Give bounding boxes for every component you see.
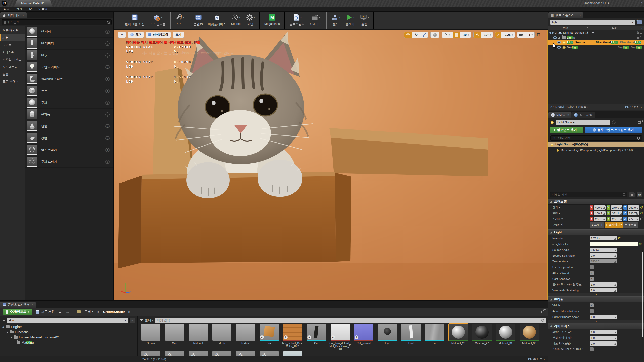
source-soft-angle-field[interactable]: 0.0 xyxy=(590,253,617,258)
camera-speed-value[interactable]: 1▾ xyxy=(527,33,534,37)
place-item-sphere[interactable]: 구체 ? xyxy=(25,97,113,109)
help-icon[interactable]: ? xyxy=(105,41,110,46)
asset-tile-folder[interactable]: Texture xyxy=(234,324,256,351)
stationary-light-checkbox[interactable] xyxy=(590,347,594,351)
source-control-button[interactable]: ▾ 소스 컨트롤 xyxy=(150,12,166,26)
details-tab[interactable]: i 디테일 × xyxy=(548,112,571,118)
menu-edit[interactable]: 편집 xyxy=(16,7,22,11)
titlebar[interactable]: u Minimal_Default* GroomShader_UE4 ─ □ × xyxy=(0,0,644,7)
column-label[interactable]: 라벨 xyxy=(563,26,569,30)
world-local-toggle[interactable] xyxy=(430,32,439,38)
property-matrix-button[interactable]: ▦ xyxy=(629,192,635,197)
save-level-button[interactable]: 현재 레벨 저장 xyxy=(125,12,145,26)
section-lightmass[interactable]: ◢라이트매스 xyxy=(548,323,644,329)
close-icon[interactable]: × xyxy=(579,14,581,17)
component-row-instance[interactable]: Light Source(인스턴스) xyxy=(548,142,644,147)
level-viewport[interactable]: ▼ 원근 라이팅포함 표시 ↻ xyxy=(114,30,548,300)
menu-help[interactable]: 도움말 xyxy=(38,7,47,11)
play-button[interactable]: ▾ 플레이 xyxy=(345,12,355,26)
reset-icon[interactable]: ↺ xyxy=(639,242,642,246)
translate-gizmo-button[interactable] xyxy=(404,32,412,38)
actor-hidden-checkbox[interactable] xyxy=(590,309,594,313)
tree-item-functions[interactable]: ◢ Functions xyxy=(0,329,137,335)
asset-tile-folder[interactable]: Material xyxy=(187,324,209,351)
new-folder-icon[interactable] xyxy=(637,20,642,24)
filters-button[interactable]: 필터 ▾ xyxy=(145,318,153,322)
rotation-y-field[interactable]: 331.1 xyxy=(611,211,622,215)
expand-arrow-icon[interactable]: ◢ xyxy=(558,36,561,39)
help-icon[interactable]: ? xyxy=(612,120,615,124)
shadow-exponent-field[interactable]: 2.0 xyxy=(590,341,617,346)
help-icon[interactable]: ? xyxy=(105,30,110,34)
minimize-button[interactable]: ─ xyxy=(629,1,631,5)
display-filter-eye-button[interactable]: ◉▾ xyxy=(636,192,642,197)
chevron-down-icon[interactable]: ▾ xyxy=(641,27,642,29)
menu-file[interactable]: 파일 xyxy=(4,7,10,11)
asset-tile-mesh[interactable]: Eye xyxy=(376,324,398,351)
outliner-view-options-button[interactable]: 뷰 옵션 xyxy=(630,105,640,109)
asset-tile-texture[interactable]: *Cat_normal xyxy=(353,324,375,351)
billboard-scale-field[interactable]: 1.0 xyxy=(590,315,617,319)
clear-search-icon[interactable]: × xyxy=(632,21,634,24)
asset-tile-folder[interactable]: Mesh xyxy=(211,324,233,351)
help-icon[interactable]: ? xyxy=(105,101,110,105)
path-search-input[interactable]: skin × xyxy=(7,318,128,323)
asset-tile-mesh[interactable]: Foot xyxy=(400,324,422,351)
actor-name-field[interactable]: Light Source xyxy=(556,120,610,125)
category-cinematic[interactable]: 시네마틱 xyxy=(0,49,25,56)
sources-toggle-icon[interactable]: ⫶☰ xyxy=(2,318,5,322)
asset-search-input[interactable]: 애셋 검색 xyxy=(155,318,546,323)
tree-item-engine[interactable]: ◢ Engine xyxy=(0,324,137,329)
category-geometry[interactable]: 지오메트리 xyxy=(0,63,25,71)
outliner-row-lights-folder[interactable]: ◢ Lights 폴더 xyxy=(548,35,644,40)
section-rendering[interactable]: ◢렌더링 xyxy=(548,296,644,302)
place-item-empty-pawn[interactable]: 빈 폰 ? xyxy=(25,50,113,61)
grid-snap-button[interactable] xyxy=(453,32,460,38)
surface-snap-button[interactable]: ▾ xyxy=(442,32,452,38)
source-angle-field[interactable]: 0.5357 xyxy=(590,248,617,252)
outliner-row-world[interactable]: ◢ Minimal_Default (에디터) 월드 xyxy=(548,30,644,35)
lock-icon[interactable] xyxy=(541,311,544,313)
help-icon[interactable]: ? xyxy=(105,65,110,69)
asset-tile-mesh[interactable]: *Cat xyxy=(305,324,327,351)
asset-tile-mesh[interactable]: *Box xyxy=(258,324,280,351)
asset-tile-mesh[interactable]: Fur xyxy=(424,324,446,351)
location-y-field[interactable]: 270.0 xyxy=(611,205,622,210)
grid-snap-value[interactable]: 10▾ xyxy=(462,33,471,37)
mobility-movable-button[interactable]: ✛무버블 xyxy=(623,222,638,228)
expand-advanced-button[interactable]: ▼ xyxy=(548,320,644,323)
breadcrumb-root[interactable]: 콘텐츠 xyxy=(84,310,94,314)
light-color-swatch[interactable] xyxy=(590,242,638,246)
outliner-row-light-source[interactable]: Light Source DirectionalLight Directiona… xyxy=(548,40,644,45)
reset-icon[interactable]: ↺ xyxy=(640,206,643,209)
forward-arrow-icon[interactable]: → xyxy=(66,310,70,314)
megascans-button[interactable]: M Megascans xyxy=(264,12,280,26)
scale-snap-value[interactable]: 0.25▾ xyxy=(503,33,515,37)
help-icon[interactable]: ? xyxy=(105,136,110,140)
location-x-field[interactable]: 400.0 xyxy=(594,205,606,210)
place-item-plane[interactable]: 평면 ? xyxy=(25,132,113,144)
rotate-gizmo-button[interactable]: ↻ xyxy=(413,32,419,38)
place-item-point-light[interactable]: 포인트 라이트 ? xyxy=(25,61,113,73)
component-row-inherited[interactable]: DirectionalLightComponent (LightComponen… xyxy=(548,147,644,153)
details-scrollbar[interactable] xyxy=(642,252,643,337)
marketplace-button[interactable]: 마켓플레이스 xyxy=(208,12,226,26)
expand-advanced-button[interactable]: ▼ xyxy=(548,293,644,296)
back-arrow-icon[interactable]: ← xyxy=(58,310,62,314)
maximize-button[interactable]: □ xyxy=(635,1,637,5)
location-z-field[interactable]: 252.0 xyxy=(628,205,639,210)
place-item-empty-character[interactable]: 빈 캐릭터 ? xyxy=(25,38,113,50)
rotation-snap-button[interactable] xyxy=(474,32,481,38)
outliner-row-skylight[interactable]: SkyLight SkyLight SkyLight xyxy=(548,45,644,50)
view-mode-lit-button[interactable]: 라이팅포함 xyxy=(146,32,171,38)
scale-x-field[interactable]: 2.5 xyxy=(594,217,606,221)
lock-icon[interactable] xyxy=(638,121,641,124)
visibility-eye-icon[interactable] xyxy=(553,36,557,39)
reset-icon[interactable]: ↺ xyxy=(618,236,621,240)
asset-tile-texture[interactable]: *box_default_BaseColor_1001 xyxy=(282,324,304,351)
rotation-snap-value[interactable]: 10°▾ xyxy=(482,33,493,37)
add-import-button[interactable]: 추가/임포트 ▾ xyxy=(3,309,32,315)
close-button[interactable]: × xyxy=(640,1,642,5)
blueprints-button[interactable]: ▾ 블루프린트 xyxy=(289,12,304,26)
build-button[interactable]: ▾ 빌드 xyxy=(331,12,340,26)
